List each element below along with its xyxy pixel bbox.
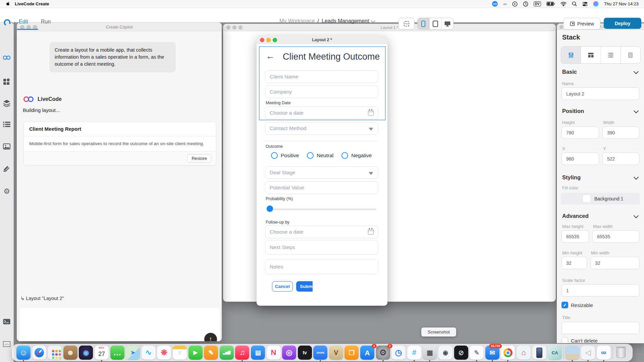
radio-neutral[interactable]: Neutral: [307, 152, 333, 159]
basic-section-header[interactable]: Basic: [562, 69, 577, 75]
probability-slider-track[interactable]: [267, 208, 376, 210]
dock-keynote-icon[interactable]: ▤: [251, 344, 265, 361]
max-width-input[interactable]: 65535: [592, 230, 639, 243]
breadcrumb[interactable]: My Workspace / Leads Management: [279, 18, 375, 24]
company-field[interactable]: [265, 85, 378, 98]
potential-value-input[interactable]: [265, 185, 378, 191]
dock-livecode-app-icon[interactable]: ∞: [597, 344, 611, 361]
settings-sidebar-icon[interactable]: ⚙: [0, 187, 13, 196]
send-button[interactable]: ↑: [204, 333, 217, 341]
cancel-button[interactable]: Cancel: [272, 281, 293, 292]
dock-mail-icon[interactable]: ✉15,733: [485, 344, 499, 361]
close-icon[interactable]: [226, 25, 230, 29]
min-height-input[interactable]: 32: [561, 257, 587, 269]
zoom-window-icon[interactable]: [238, 25, 243, 29]
list-sidebar-icon[interactable]: [0, 121, 13, 127]
next-steps-input[interactable]: [265, 244, 378, 250]
dock-megaphone-icon[interactable]: ◁: [581, 344, 595, 361]
color-swatch[interactable]: [582, 194, 591, 203]
fill-color-control[interactable]: Background 1: [561, 193, 640, 204]
contact-method-select[interactable]: Contact Method: [265, 122, 378, 135]
creative-cloud-icon[interactable]: ∞: [503, 1, 507, 6]
dock-pages-icon[interactable]: ✎: [204, 344, 218, 361]
dock-image-tool-icon[interactable]: ⌂: [517, 344, 531, 361]
dock-apple-tv-icon[interactable]: tv: [298, 344, 312, 361]
terminal-sidebar-icon[interactable]: [0, 319, 13, 324]
device-desktop-button[interactable]: [441, 18, 453, 29]
meeting-date-field[interactable]: Choose a date: [265, 107, 378, 119]
followup-date-field[interactable]: Choose a date: [265, 226, 378, 238]
media-sidebar-icon[interactable]: [0, 143, 13, 149]
min-width-input[interactable]: 32: [590, 257, 639, 269]
name-input[interactable]: Layout 2: [561, 87, 639, 100]
minimize-icon[interactable]: [266, 38, 271, 42]
zoom-window-icon[interactable]: [273, 38, 277, 42]
preview-button[interactable]: Preview: [564, 18, 600, 29]
potential-value-field[interactable]: [265, 181, 378, 194]
dock-ca-app-icon[interactable]: CA: [548, 344, 562, 361]
dock-facetime-icon[interactable]: ▶: [189, 344, 203, 361]
dock-trash-icon[interactable]: [614, 344, 628, 361]
minimize-icon[interactable]: [232, 25, 236, 29]
dock-textedit-icon[interactable]: ✎: [470, 344, 484, 361]
calendar-icon[interactable]: [368, 110, 374, 116]
device-tablet-button[interactable]: [430, 18, 442, 29]
menubar-app-name[interactable]: LiveCode Create: [15, 1, 49, 6]
paint-sidebar-icon[interactable]: [0, 165, 13, 172]
dock-finder-icon[interactable]: ☺: [16, 344, 31, 361]
tab-document[interactable]: [621, 47, 640, 63]
dock-calendar-icon[interactable]: NOV27: [95, 344, 109, 361]
client-name-field[interactable]: [265, 70, 378, 83]
submit-button[interactable]: Submit: [296, 281, 313, 292]
dock-numbers-icon[interactable]: ▂▅▇: [220, 344, 234, 361]
dock-photos-icon[interactable]: ❋: [157, 344, 171, 361]
dock-notes-icon[interactable]: ≡: [173, 344, 187, 361]
result-layout-line[interactable]: ↳ Layout "Layout 2": [20, 296, 64, 301]
dock-maps-icon[interactable]: ➤: [126, 344, 140, 361]
copilot-sidebar-icon[interactable]: [0, 55, 13, 60]
tab-rows[interactable]: [601, 47, 621, 63]
dock-chrome-icon[interactable]: [501, 344, 515, 361]
max-height-input[interactable]: 65535: [561, 230, 589, 243]
wifi-icon[interactable]: [560, 2, 567, 6]
chevron-down-icon[interactable]: [634, 108, 639, 114]
chevron-down-icon[interactable]: [634, 213, 639, 219]
resizable-checkbox[interactable]: ✓: [561, 302, 568, 308]
control-center-icon[interactable]: [582, 2, 588, 6]
chevron-down-icon[interactable]: [634, 175, 639, 180]
dock-music-icon[interactable]: ♫: [235, 344, 249, 361]
cant-delete-checkbox[interactable]: [561, 337, 568, 343]
radio-icon[interactable]: [341, 152, 348, 159]
company-input[interactable]: [265, 89, 378, 95]
radio-icon[interactable]: [271, 152, 278, 159]
dock-clock-app-icon[interactable]: ◷: [391, 344, 406, 361]
height-input[interactable]: 780: [561, 126, 599, 139]
close-icon[interactable]: [559, 25, 563, 29]
width-input[interactable]: 390: [602, 126, 639, 139]
dock-freeform-icon[interactable]: ∿: [142, 344, 156, 361]
radio-positive[interactable]: Positive: [271, 152, 299, 159]
dock-zoom-icon[interactable]: zoom: [313, 344, 327, 361]
probability-slider-thumb[interactable]: [267, 205, 273, 212]
dock-siri-icon[interactable]: ◉: [79, 344, 93, 361]
close-icon[interactable]: [260, 38, 264, 42]
copilot-input[interactable]: ↑: [19, 307, 220, 341]
next-steps-field[interactable]: [265, 240, 378, 255]
breadcrumb-project[interactable]: Leads Management: [322, 18, 369, 24]
calendar-icon[interactable]: [368, 229, 374, 235]
dv-menubar-icon[interactable]: DV: [534, 1, 541, 6]
breadcrumb-chevron-icon[interactable]: [371, 18, 376, 23]
restore-button[interactable]: Restore: [187, 154, 211, 163]
livecode-menu-button[interactable]: [3, 19, 15, 26]
dock-calculator-icon[interactable]: ▦: [423, 344, 437, 361]
fit-to-screen-button[interactable]: [398, 18, 415, 29]
device-phone-button[interactable]: [418, 18, 430, 29]
notes-field[interactable]: [265, 259, 378, 274]
dock-podcasts-icon[interactable]: ◎: [282, 344, 296, 361]
layout2-titlebar[interactable]: Layout 2 *: [257, 35, 387, 45]
dock-desktop-preview-icon[interactable]: [565, 344, 579, 361]
dock-messages-icon[interactable]: …: [110, 344, 124, 361]
dock-iphone-mirroring-icon[interactable]: [532, 344, 546, 361]
advanced-section-header[interactable]: Advanced: [562, 213, 589, 219]
play-circle-icon[interactable]: [512, 1, 518, 7]
